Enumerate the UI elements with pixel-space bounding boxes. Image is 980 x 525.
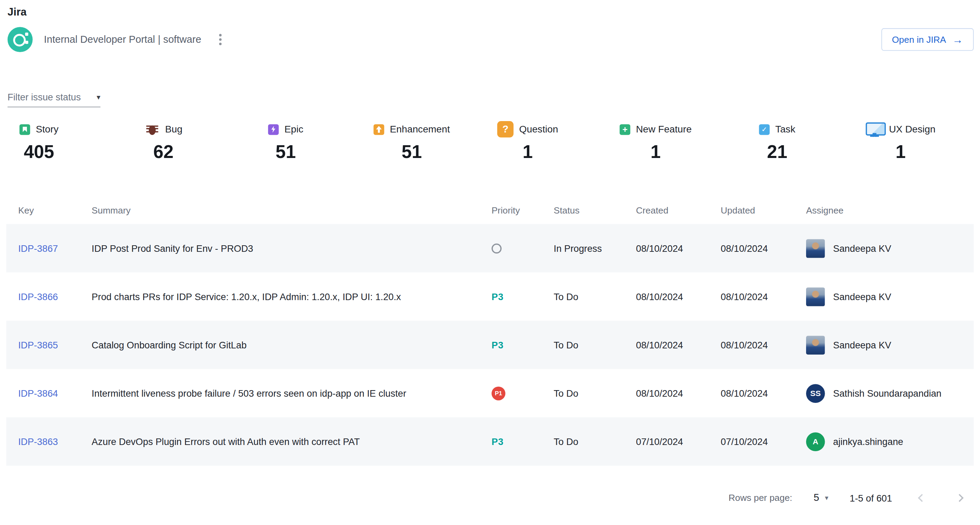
table-row: IDP-3865 Catalog Onboarding Script for G… bbox=[6, 321, 974, 369]
page-title: Jira bbox=[0, 0, 980, 19]
issue-key-link[interactable]: IDP-3864 bbox=[18, 387, 58, 398]
stat-label: Bug bbox=[165, 124, 182, 135]
stat-story: Story 405 bbox=[19, 120, 58, 162]
new-feature-icon: + bbox=[620, 124, 630, 135]
assignee-name: Sandeepa KV bbox=[833, 339, 891, 350]
story-icon bbox=[19, 124, 30, 135]
epic-icon bbox=[268, 124, 279, 135]
task-icon: ✓ bbox=[759, 124, 770, 135]
issue-key-link[interactable]: IDP-3865 bbox=[18, 339, 58, 350]
stat-count: 1 bbox=[866, 142, 935, 162]
stat-ux-design: UX Design 1 bbox=[866, 120, 935, 162]
pagination-bar: Rows per page: 5 ▾ 1-5 of 601 bbox=[0, 490, 967, 506]
assignee-name: Sandeepa KV bbox=[833, 291, 891, 302]
rows-per-page-value: 5 bbox=[814, 492, 819, 503]
avatar bbox=[806, 239, 825, 258]
priority-icon: P3 bbox=[492, 436, 504, 447]
stat-count: 1 bbox=[620, 142, 692, 162]
assignee-name: ajinkya.shingane bbox=[833, 436, 903, 447]
avatar: A bbox=[806, 432, 825, 451]
stat-count: 21 bbox=[759, 142, 795, 162]
issue-status: To Do bbox=[554, 388, 636, 398]
priority-icon: P1 bbox=[492, 386, 506, 400]
open-in-jira-label: Open in JIRA bbox=[892, 35, 946, 44]
filter-label: Filter issue status bbox=[8, 92, 81, 102]
issue-created: 08/10/2024 bbox=[636, 243, 721, 254]
table-row: IDP-3867 IDP Post Prod Sanity for Env - … bbox=[6, 224, 974, 272]
issue-updated: 08/10/2024 bbox=[721, 291, 806, 302]
stat-count: 405 bbox=[19, 142, 58, 162]
issue-created: 08/10/2024 bbox=[636, 339, 721, 350]
previous-page-button[interactable] bbox=[913, 490, 930, 506]
ux-design-icon bbox=[866, 122, 883, 137]
issue-status: To Do bbox=[554, 436, 636, 447]
issue-updated: 08/10/2024 bbox=[721, 388, 806, 398]
issue-summary: IDP Post Prod Sanity for Env - PROD3 bbox=[92, 243, 492, 254]
jira-plugin-card: Jira Internal Developer Portal | softwar… bbox=[0, 0, 980, 525]
chevron-down-icon: ▾ bbox=[825, 493, 828, 502]
stat-task: ✓ Task 21 bbox=[759, 120, 795, 162]
stat-question: ? Question 1 bbox=[497, 120, 558, 162]
column-header-updated: Updated bbox=[721, 205, 806, 215]
idp-project-logo-icon bbox=[8, 27, 33, 52]
issue-created: 08/10/2024 bbox=[636, 388, 721, 398]
stat-label: Enhancement bbox=[390, 124, 450, 135]
issue-created: 08/10/2024 bbox=[636, 291, 721, 302]
stat-label: UX Design bbox=[889, 124, 935, 135]
issues-table: Key Summary Priority Status Created Upda… bbox=[6, 196, 974, 465]
question-icon: ? bbox=[497, 121, 514, 137]
chevron-right-icon bbox=[955, 493, 963, 501]
stat-count: 51 bbox=[268, 142, 303, 162]
chevron-down-icon: ▾ bbox=[97, 92, 100, 101]
issue-summary: Prod charts PRs for IDP Service: 1.20.x,… bbox=[92, 291, 492, 302]
priority-icon: P3 bbox=[492, 291, 504, 302]
more-options-icon[interactable] bbox=[215, 30, 225, 49]
issue-summary: Catalog Onboarding Script for GitLab bbox=[92, 339, 492, 350]
open-in-jira-button[interactable]: Open in JIRA → bbox=[881, 28, 974, 51]
issue-summary: Azure DevOps Plugin Errors out with Auth… bbox=[92, 436, 492, 447]
issue-updated: 08/10/2024 bbox=[721, 339, 806, 350]
bug-icon bbox=[144, 122, 159, 137]
stat-enhancement: Enhancement 51 bbox=[373, 120, 450, 162]
stat-count: 51 bbox=[373, 142, 450, 162]
stat-label: Task bbox=[775, 124, 795, 135]
filter-issue-status-select[interactable]: Filter issue status ▾ bbox=[8, 92, 100, 107]
issue-key-link[interactable]: IDP-3866 bbox=[18, 291, 58, 301]
next-page-button[interactable] bbox=[951, 490, 967, 506]
column-header-status: Status bbox=[554, 205, 636, 215]
stat-label: New Feature bbox=[636, 124, 692, 135]
table-row: IDP-3863 Azure DevOps Plugin Errors out … bbox=[6, 417, 974, 466]
table-row: IDP-3866 Prod charts PRs for IDP Service… bbox=[6, 273, 974, 321]
issue-updated: 07/10/2024 bbox=[721, 436, 806, 447]
issue-status: In Progress bbox=[554, 243, 636, 254]
project-header: Internal Developer Portal | software Ope… bbox=[8, 26, 980, 52]
arrow-right-icon: → bbox=[952, 34, 963, 45]
avatar: SS bbox=[806, 384, 825, 403]
priority-icon: P3 bbox=[492, 339, 504, 350]
priority-icon bbox=[492, 243, 502, 253]
column-header-created: Created bbox=[636, 205, 721, 215]
stat-count: 1 bbox=[497, 142, 558, 162]
stat-label: Question bbox=[519, 124, 558, 135]
issue-created: 07/10/2024 bbox=[636, 436, 721, 447]
stat-epic: Epic 51 bbox=[268, 120, 303, 162]
issue-updated: 08/10/2024 bbox=[721, 243, 806, 254]
table-row: IDP-3864 Intermittent liveness probe fai… bbox=[6, 369, 974, 417]
stat-bug: Bug 62 bbox=[144, 120, 182, 162]
assignee-name: Sandeepa KV bbox=[833, 243, 891, 254]
chevron-left-icon bbox=[918, 493, 926, 501]
column-header-assignee: Assignee bbox=[806, 205, 974, 215]
avatar bbox=[806, 287, 825, 306]
rows-per-page-select[interactable]: 5 ▾ bbox=[814, 492, 829, 503]
issue-type-stats: Story 405 Bug 62 Epic 51 Enhancement 51 bbox=[8, 120, 980, 162]
project-name: Internal Developer Portal | software bbox=[44, 34, 201, 45]
table-header-row: Key Summary Priority Status Created Upda… bbox=[6, 196, 974, 224]
stat-label: Epic bbox=[284, 124, 303, 135]
column-header-summary: Summary bbox=[92, 205, 492, 215]
issue-status: To Do bbox=[554, 291, 636, 302]
issue-key-link[interactable]: IDP-3867 bbox=[18, 243, 58, 253]
avatar bbox=[806, 335, 825, 354]
issue-key-link[interactable]: IDP-3863 bbox=[18, 436, 58, 447]
issue-summary: Intermittent liveness probe failure / 50… bbox=[92, 388, 492, 398]
assignee-name: Sathish Soundarapandian bbox=[833, 388, 941, 398]
